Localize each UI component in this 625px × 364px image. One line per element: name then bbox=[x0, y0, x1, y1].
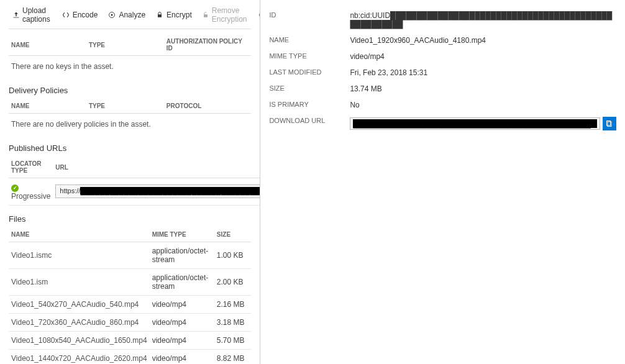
delivery-table: NAME TYPE PROTOCOL bbox=[9, 99, 251, 114]
file-size: 3.18 MB bbox=[214, 313, 252, 331]
file-row[interactable]: Video1_540x270_AACAudio_540.mp4video/mp4… bbox=[9, 295, 251, 313]
check-icon: ✓ bbox=[11, 184, 19, 192]
keys-header-type: TYPE bbox=[86, 34, 164, 56]
remove-encryption-button: Remove Encryption bbox=[198, 5, 252, 25]
copy-download-button[interactable] bbox=[603, 117, 616, 130]
file-mime: application/octet-stream bbox=[150, 242, 214, 268]
published-locator-type: Progressive bbox=[11, 192, 50, 201]
lock-icon bbox=[155, 11, 164, 19]
file-row[interactable]: Video1_1440x720_AACAudio_2620.mp4video/m… bbox=[9, 349, 251, 364]
detail-primary-value: No bbox=[350, 101, 616, 109]
delivery-header-protocol: PROTOCOL bbox=[164, 99, 252, 114]
keys-header-policy: AUTHORIZATION POLICY ID bbox=[164, 34, 252, 56]
file-mime: video/mp4 bbox=[150, 313, 214, 331]
file-size: 2.00 KB bbox=[214, 268, 252, 295]
analyze-label: Analyze bbox=[119, 11, 145, 19]
encrypt-button[interactable]: Encrypt bbox=[152, 9, 196, 20]
file-row[interactable]: Video1_1080x540_AACAudio_1650.mp4video/m… bbox=[9, 331, 251, 349]
download-url-input[interactable]: ████████████████████████████████████████… bbox=[350, 117, 600, 130]
detail-id-label: ID bbox=[269, 11, 350, 29]
published-table: LOCATOR TYPE URL ✓ Progressive https://█… bbox=[9, 157, 260, 206]
files-section-title: Files bbox=[9, 214, 251, 224]
svg-rect-2 bbox=[158, 14, 162, 17]
file-name: Video1_1080x540_AACAudio_1650.mp4 bbox=[9, 331, 150, 349]
file-row[interactable]: Video1_720x360_AACAudio_860.mp4video/mp4… bbox=[9, 313, 251, 331]
file-row[interactable]: Video1.ismcapplication/octet-stream1.00 … bbox=[9, 242, 251, 268]
svg-point-1 bbox=[111, 14, 113, 16]
files-table: NAME MIME TYPE SIZE Video1.ismcapplicati… bbox=[9, 227, 251, 365]
toolbar: Upload captions Encode Analyze Encrypt R… bbox=[9, 5, 251, 29]
keys-table: NAME TYPE AUTHORIZATION POLICY ID bbox=[9, 34, 251, 56]
file-mime: video/mp4 bbox=[150, 331, 214, 349]
published-section-title: Published URLs bbox=[9, 143, 251, 153]
files-header-mime: MIME TYPE bbox=[150, 227, 214, 242]
detail-id-value: nb:cid:UUID█████████████████████████████… bbox=[350, 11, 616, 29]
encode-label: Encode bbox=[73, 11, 98, 19]
file-name: Video1.ism bbox=[9, 268, 150, 295]
file-name: Video1_540x270_AACAudio_540.mp4 bbox=[9, 295, 150, 313]
published-url-input[interactable]: https://████████████████████████████████… bbox=[55, 184, 260, 198]
file-name: Video1.ismc bbox=[9, 242, 150, 268]
file-mime: video/mp4 bbox=[150, 349, 214, 364]
svg-rect-3 bbox=[204, 14, 208, 17]
detail-primary-label: IS PRIMARY bbox=[269, 101, 350, 109]
file-size: 2.16 MB bbox=[214, 295, 252, 313]
published-header-url: URL bbox=[53, 157, 260, 178]
file-row[interactable]: Video1.ismapplication/octet-stream2.00 K… bbox=[9, 268, 251, 295]
detail-name-value: Video1_1920x960_AACAudio_4180.mp4 bbox=[350, 36, 616, 45]
encode-button[interactable]: Encode bbox=[58, 9, 102, 20]
detail-mime-value: video/mp4 bbox=[350, 52, 616, 61]
delivery-header-name: NAME bbox=[9, 99, 86, 114]
remove-encryption-label: Remove Encryption bbox=[212, 6, 249, 24]
published-row[interactable]: ✓ Progressive https://██████████████████… bbox=[9, 178, 260, 206]
file-name: Video1_720x360_AACAudio_860.mp4 bbox=[9, 313, 150, 331]
delivery-empty-message: There are no delivery policies in the as… bbox=[9, 114, 251, 135]
upload-captions-label: Upload captions bbox=[22, 6, 52, 24]
file-mime: application/octet-stream bbox=[150, 268, 214, 295]
detail-size-value: 13.74 MB bbox=[350, 84, 616, 93]
copy-icon bbox=[606, 120, 613, 127]
file-mime: video/mp4 bbox=[150, 295, 214, 313]
publish-button[interactable]: Publish bbox=[254, 9, 260, 20]
keys-header-name: NAME bbox=[9, 34, 86, 56]
detail-download-label: DOWNLOAD URL bbox=[269, 117, 350, 130]
detail-size-label: SIZE bbox=[269, 84, 350, 93]
detail-panel: ID nb:cid:UUID██████████████████████████… bbox=[260, 0, 625, 364]
upload-captions-button[interactable]: Upload captions bbox=[9, 5, 55, 25]
detail-name-label: NAME bbox=[269, 36, 350, 45]
encode-icon bbox=[62, 11, 70, 19]
file-size: 1.00 KB bbox=[214, 242, 252, 268]
files-header-size: SIZE bbox=[214, 227, 252, 242]
file-size: 8.82 MB bbox=[214, 349, 252, 364]
file-size: 5.70 MB bbox=[214, 331, 252, 349]
delivery-header-type: TYPE bbox=[86, 99, 164, 114]
delivery-section-title: Delivery Policies bbox=[9, 86, 251, 95]
keys-empty-message: There are no keys in the asset. bbox=[9, 56, 251, 77]
files-header-name: NAME bbox=[9, 227, 150, 242]
detail-mime-label: MIME TYPE bbox=[269, 52, 350, 61]
upload-icon bbox=[12, 11, 20, 19]
detail-lastmod-value: Fri, Feb 23, 2018 15:31 bbox=[350, 68, 616, 77]
encrypt-label: Encrypt bbox=[167, 11, 192, 19]
unlock-icon bbox=[202, 11, 209, 19]
file-name: Video1_1440x720_AACAudio_2620.mp4 bbox=[9, 349, 150, 364]
analyze-icon bbox=[107, 11, 116, 19]
analyze-button[interactable]: Analyze bbox=[104, 9, 149, 20]
detail-lastmod-label: LAST MODIFIED bbox=[269, 68, 350, 77]
published-header-locator: LOCATOR TYPE bbox=[9, 157, 53, 178]
